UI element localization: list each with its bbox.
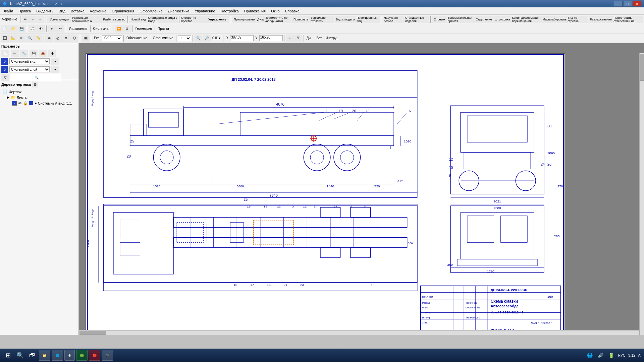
menu-diagnostics[interactable]: Диагностика bbox=[165, 8, 192, 14]
btn-proj-view[interactable]: Проекционный вид bbox=[356, 16, 380, 23]
prop-btn-6[interactable]: ⚙ bbox=[48, 50, 56, 57]
tb3-expand[interactable]: ⇱ bbox=[294, 35, 302, 42]
menu-window[interactable]: Окно bbox=[268, 8, 282, 14]
prop-btn-5[interactable]: 📤 bbox=[39, 50, 47, 57]
btn-std-views[interactable]: Стандартные виды с моде... bbox=[148, 16, 178, 23]
tb3-snap2[interactable]: ◎ bbox=[54, 35, 62, 42]
menu-insert[interactable]: Вставка bbox=[68, 8, 87, 14]
taskbar-app-green[interactable]: 🟢 bbox=[76, 350, 88, 361]
btn-chamfer[interactable]: ⌐ bbox=[37, 16, 44, 23]
tray-battery[interactable]: 🔋 bbox=[607, 351, 615, 359]
btn-autoline[interactable]: ✏ bbox=[22, 16, 29, 23]
tb2-print[interactable]: 🖨 bbox=[29, 25, 37, 33]
scrollbar-horizontal[interactable] bbox=[79, 330, 639, 335]
tb2-btn3[interactable]: 💾 bbox=[17, 25, 25, 33]
btn-view-from-model[interactable]: Вид с модели bbox=[335, 16, 356, 23]
tb3-snap1[interactable]: ⊕ bbox=[45, 35, 53, 42]
menu-format[interactable]: Оформление bbox=[137, 8, 165, 14]
btn-move-coord[interactable]: Переместить по координатам bbox=[264, 16, 291, 23]
prop-btn-3[interactable]: 🔧 bbox=[20, 50, 28, 57]
tab-close[interactable]: ✕ bbox=[55, 2, 58, 6]
btn-mirror[interactable]: Зеркально отразить bbox=[310, 16, 334, 23]
tree-root[interactable]: 📄 Чертеж: bbox=[1, 89, 77, 95]
tb3-icon1[interactable]: 🔲 bbox=[1, 35, 9, 42]
canvas-area[interactable]: Рядд. 1 вид Рядд. 1А, Вида ДП 23.02.04. … bbox=[79, 43, 644, 335]
scrollbar-thumb-h[interactable] bbox=[79, 331, 106, 335]
prop-view-arrow[interactable]: ▾ bbox=[51, 58, 59, 65]
taskbar-app-settings[interactable]: ⚙ bbox=[64, 350, 75, 361]
prop-btn-2[interactable]: ✏ bbox=[11, 50, 19, 57]
minimize-button[interactable]: – bbox=[614, 1, 623, 7]
tb3-zoom-in[interactable]: 🔎 bbox=[203, 35, 211, 42]
tray-volume[interactable]: 🔊 bbox=[597, 351, 605, 359]
btn-fillet[interactable]: Скругление bbox=[475, 16, 493, 23]
btn-rebuild-holes[interactable]: Перестроить отверстия и из... bbox=[613, 16, 643, 23]
btn-hatch[interactable]: Штриховка bbox=[493, 16, 512, 23]
tb3-icon2[interactable]: 📐 bbox=[9, 35, 17, 42]
tb2-redo[interactable]: ↪ bbox=[56, 25, 64, 33]
tb3-cursor[interactable]: ⊹ bbox=[286, 35, 294, 42]
btn-view-arrow[interactable]: Вид по стрелке bbox=[567, 16, 588, 23]
tree-sysview-check[interactable]: ✓ bbox=[12, 101, 17, 106]
scrollbar-vertical[interactable] bbox=[639, 53, 644, 335]
tb3-zoom-out[interactable]: 🔍 bbox=[194, 35, 202, 42]
btn-rect[interactable]: Прямоугольник bbox=[232, 16, 257, 23]
taskbar-app-file[interactable]: 📁 bbox=[39, 350, 50, 361]
tray-network[interactable]: 🌐 bbox=[586, 351, 594, 359]
menu-help[interactable]: Справка bbox=[282, 8, 302, 14]
menu-view[interactable]: Вид bbox=[56, 8, 68, 14]
tree-sysview-lock[interactable]: 🔓 bbox=[23, 101, 28, 106]
taskbar-app-camera[interactable]: 📷 bbox=[102, 350, 113, 361]
menu-select[interactable]: Выделить bbox=[34, 8, 56, 14]
taskbar-time[interactable]: 3:12 bbox=[628, 353, 635, 357]
tree-sheets[interactable]: ▶ 📁 Листы bbox=[1, 95, 77, 100]
new-tab[interactable]: + bbox=[60, 2, 62, 6]
task-view[interactable]: 🗗 bbox=[27, 350, 38, 361]
tb2-btn2[interactable]: 📁 bbox=[9, 25, 17, 33]
btn-circle[interactable]: ○ bbox=[29, 16, 37, 23]
btn-manage2[interactable]: Управление bbox=[205, 16, 229, 23]
btn-scale[interactable]: Масштабировать bbox=[542, 16, 567, 23]
btn-extend[interactable]: Удалить до ближайшего о... bbox=[72, 16, 102, 23]
snap-select[interactable]: 1 bbox=[178, 35, 191, 41]
system-view-select[interactable]: Системный вид bbox=[9, 58, 50, 64]
btn-ext-thread[interactable]: Наружная резьба bbox=[383, 16, 405, 23]
tb2-filter[interactable]: 🔽 bbox=[115, 25, 123, 33]
prop-layer-arrow[interactable]: ▾ bbox=[51, 66, 59, 73]
tb2-preview[interactable]: 👁 bbox=[37, 25, 45, 33]
menu-edit[interactable]: Правка bbox=[16, 8, 34, 14]
tb3-icon4[interactable]: 🔍 bbox=[26, 35, 34, 42]
tb3-icon5[interactable]: 📏 bbox=[34, 35, 42, 42]
tree-settings-btn[interactable]: ⚙ bbox=[32, 81, 38, 87]
menu-file[interactable]: Файл bbox=[1, 8, 16, 14]
menu-manage[interactable]: Управление bbox=[192, 8, 218, 14]
btn-split[interactable]: Разбить кривую bbox=[102, 16, 126, 23]
tb3-icon3[interactable]: ✏ bbox=[17, 35, 25, 42]
menu-constraints[interactable]: Ограничения bbox=[109, 8, 137, 14]
taskbar-language[interactable]: РУС bbox=[618, 353, 626, 357]
close-button[interactable]: ✕ bbox=[633, 1, 641, 7]
prop-num-0[interactable]: 0 bbox=[1, 58, 8, 65]
taskbar-app-ie[interactable]: 🌐 bbox=[52, 350, 63, 361]
btn-std-parts[interactable]: Стандартные изделия bbox=[405, 16, 429, 23]
prop-num-0b[interactable]: 0 bbox=[1, 66, 8, 73]
btn-hole-simple[interactable]: Отверстие простое bbox=[181, 16, 205, 23]
btn-section[interactable]: Разрез/сечение bbox=[589, 16, 613, 23]
tb2-settings[interactable]: ⚙ bbox=[123, 25, 131, 33]
x-coord[interactable]: 387.69 bbox=[230, 35, 254, 41]
prop-btn-4[interactable]: 💾 bbox=[30, 50, 38, 57]
btn-segment[interactable]: Отрезок bbox=[432, 16, 447, 23]
btn-aux-line[interactable]: Вспомогательная прямая bbox=[447, 16, 475, 23]
start-button[interactable]: ⊞ bbox=[3, 350, 13, 361]
scrollbar-thumb-v[interactable] bbox=[640, 54, 644, 81]
menu-apps[interactable]: Приложения bbox=[241, 8, 268, 14]
tb3-snap3[interactable]: ⊗ bbox=[62, 35, 70, 42]
menu-draw[interactable]: Черчение bbox=[87, 8, 109, 14]
tree-sysview[interactable]: ✓ 👁 🔓 ● Системный вид (1:1 bbox=[1, 100, 77, 106]
btn-new-view[interactable]: Новый вид bbox=[129, 16, 147, 23]
tree-sysview-eye[interactable]: 👁 bbox=[18, 101, 22, 105]
btn-copy-deform[interactable]: Копия деформация перемещения bbox=[512, 16, 542, 23]
tb3-snap4[interactable]: ⬡ bbox=[70, 35, 78, 42]
taskbar-app-red[interactable]: 🔴 bbox=[89, 350, 100, 361]
tb2-btn1[interactable]: 📄 bbox=[1, 25, 9, 33]
